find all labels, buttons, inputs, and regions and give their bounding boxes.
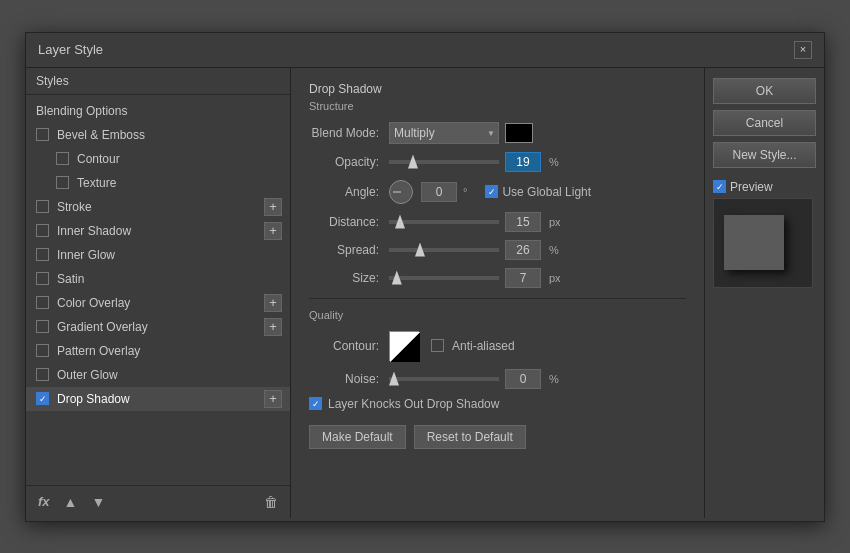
opacity-label: Opacity: — [309, 155, 379, 169]
distance-row: Distance: px — [309, 212, 686, 232]
preview-section: Preview — [713, 180, 816, 288]
add-stroke-btn[interactable]: + — [264, 198, 282, 216]
left-panel: Styles Blending Options Bevel & Emboss C… — [26, 68, 291, 518]
spread-unit: % — [549, 244, 559, 256]
distance-input[interactable] — [505, 212, 541, 232]
distance-slider-wrap: px — [389, 212, 561, 232]
ok-button[interactable]: OK — [713, 78, 816, 104]
size-slider[interactable] — [389, 276, 499, 280]
preview-label: Preview — [730, 180, 773, 194]
opacity-slider-wrap: % — [389, 152, 559, 172]
checkbox-stroke[interactable] — [36, 200, 49, 213]
checkbox-gradient-overlay[interactable] — [36, 320, 49, 333]
opacity-slider[interactable] — [389, 160, 499, 164]
blend-mode-select[interactable]: Multiply — [389, 122, 499, 144]
sidebar-item-outer-glow[interactable]: Outer Glow — [26, 363, 290, 387]
checkbox-pattern-overlay[interactable] — [36, 344, 49, 357]
close-button[interactable]: × — [794, 41, 812, 59]
layer-knocks-row: Layer Knocks Out Drop Shadow — [309, 397, 686, 411]
spread-input[interactable] — [505, 240, 541, 260]
sidebar-item-texture[interactable]: Texture — [26, 171, 290, 195]
checkbox-bevel-emboss[interactable] — [36, 128, 49, 141]
add-inner-shadow-btn[interactable]: + — [264, 222, 282, 240]
spread-slider-wrap: % — [389, 240, 559, 260]
size-label: Size: — [309, 271, 379, 285]
delete-button[interactable]: 🗑 — [260, 492, 282, 512]
layer-knocks-label: Layer Knocks Out Drop Shadow — [328, 397, 499, 411]
fx-button[interactable]: fx — [34, 492, 54, 511]
size-input[interactable] — [505, 268, 541, 288]
make-default-button[interactable]: Make Default — [309, 425, 406, 449]
sidebar-item-stroke[interactable]: Stroke + — [26, 195, 290, 219]
opacity-row: Opacity: % — [309, 152, 686, 172]
sidebar-item-color-overlay[interactable]: Color Overlay + — [26, 291, 290, 315]
checkbox-texture[interactable] — [56, 176, 69, 189]
checkbox-contour[interactable] — [56, 152, 69, 165]
new-style-button[interactable]: New Style... — [713, 142, 816, 168]
noise-label: Noise: — [309, 372, 379, 386]
angle-label: Angle: — [309, 185, 379, 199]
move-up-button[interactable]: ▲ — [60, 492, 82, 512]
center-panel: Drop Shadow Structure Blend Mode: Multip… — [291, 68, 704, 518]
dialog-header: Layer Style × — [26, 33, 824, 68]
blend-mode-label: Blend Mode: — [309, 126, 379, 140]
add-drop-shadow-btn[interactable]: + — [264, 390, 282, 408]
sidebar-item-inner-shadow[interactable]: Inner Shadow + — [26, 219, 290, 243]
distance-label: Distance: — [309, 215, 379, 229]
blend-mode-select-wrap[interactable]: Multiply — [389, 122, 499, 144]
layer-knocks-checkbox[interactable] — [309, 397, 322, 410]
noise-slider[interactable] — [389, 377, 499, 381]
preview-checkbox[interactable] — [713, 180, 726, 193]
sidebar-item-satin[interactable]: Satin — [26, 267, 290, 291]
preview-inner-rect — [724, 215, 784, 270]
preview-label-row: Preview — [713, 180, 816, 194]
spread-slider[interactable] — [389, 248, 499, 252]
use-global-light-label: Use Global Light — [502, 185, 591, 199]
distance-unit: px — [549, 216, 561, 228]
contour-row: Contour: Anti-aliased — [309, 331, 686, 361]
blend-mode-row: Blend Mode: Multiply — [309, 122, 686, 144]
sidebar-item-pattern-overlay[interactable]: Pattern Overlay — [26, 339, 290, 363]
checkbox-color-overlay[interactable] — [36, 296, 49, 309]
dialog-title: Layer Style — [38, 42, 103, 57]
angle-input[interactable] — [421, 182, 457, 202]
anti-aliased-checkbox[interactable] — [431, 339, 444, 352]
reset-to-default-button[interactable]: Reset to Default — [414, 425, 526, 449]
anti-aliased-label: Anti-aliased — [452, 339, 515, 353]
add-gradient-overlay-btn[interactable]: + — [264, 318, 282, 336]
checkbox-outer-glow[interactable] — [36, 368, 49, 381]
size-row: Size: px — [309, 268, 686, 288]
blend-color-swatch[interactable] — [505, 123, 533, 143]
distance-slider[interactable] — [389, 220, 499, 224]
noise-input[interactable] — [505, 369, 541, 389]
left-panel-footer: fx ▲ ▼ 🗑 — [26, 485, 290, 518]
contour-preview[interactable] — [389, 331, 419, 361]
noise-row: Noise: % — [309, 369, 686, 389]
opacity-input[interactable] — [505, 152, 541, 172]
cancel-button[interactable]: Cancel — [713, 110, 816, 136]
section-title: Drop Shadow — [309, 82, 686, 96]
move-down-button[interactable]: ▼ — [87, 492, 109, 512]
add-color-overlay-btn[interactable]: + — [264, 294, 282, 312]
checkbox-inner-glow[interactable] — [36, 248, 49, 261]
checkbox-satin[interactable] — [36, 272, 49, 285]
sidebar-item-blending-options[interactable]: Blending Options — [26, 99, 290, 123]
size-slider-wrap: px — [389, 268, 561, 288]
sidebar-item-contour[interactable]: Contour — [26, 147, 290, 171]
sidebar-item-bevel-emboss[interactable]: Bevel & Emboss — [26, 123, 290, 147]
sidebar-item-gradient-overlay[interactable]: Gradient Overlay + — [26, 315, 290, 339]
style-items-list: Blending Options Bevel & Emboss Contour … — [26, 95, 290, 485]
angle-row: Angle: ° Use Global Light — [309, 180, 686, 204]
sidebar-item-drop-shadow[interactable]: Drop Shadow + — [26, 387, 290, 411]
styles-header: Styles — [26, 68, 290, 95]
checkbox-drop-shadow[interactable] — [36, 392, 49, 405]
preview-canvas — [713, 198, 813, 288]
angle-dial[interactable] — [389, 180, 413, 204]
section-sub: Structure — [309, 100, 686, 112]
angle-unit: ° — [463, 186, 467, 198]
sidebar-item-inner-glow[interactable]: Inner Glow — [26, 243, 290, 267]
size-unit: px — [549, 272, 561, 284]
checkbox-inner-shadow[interactable] — [36, 224, 49, 237]
noise-slider-wrap: % — [389, 369, 559, 389]
use-global-light-checkbox[interactable] — [485, 185, 498, 198]
